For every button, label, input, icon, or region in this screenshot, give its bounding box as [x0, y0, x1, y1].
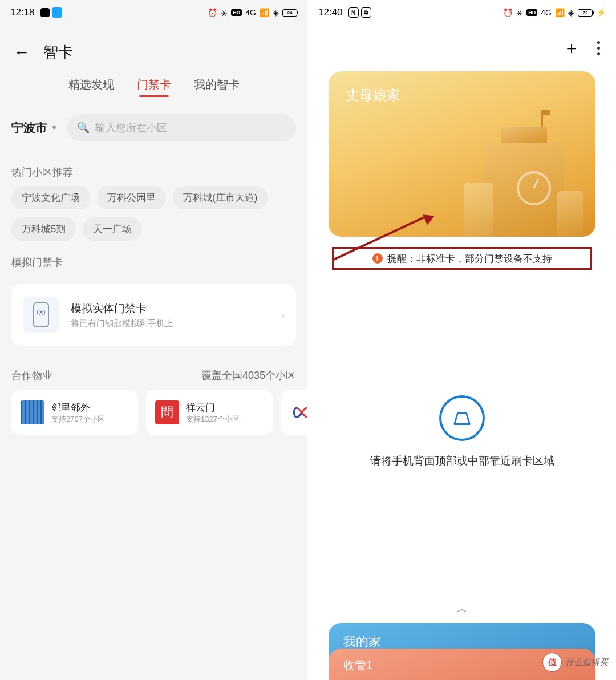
building-illustration-icon: [464, 100, 578, 237]
chip-item[interactable]: 万科城(庄市大道): [173, 186, 268, 209]
network-label: 4G: [541, 8, 552, 17]
status-time: 12:40: [318, 7, 343, 18]
nfc-icon: N: [348, 7, 359, 18]
tab-featured[interactable]: 精选发现: [68, 77, 114, 97]
signal-icon: 📶: [555, 8, 565, 17]
tab-access-card[interactable]: 门禁卡: [137, 77, 171, 97]
watermark: 值 什么值得买: [542, 653, 608, 672]
hot-chips: 宁波文化广场 万科公园里 万科城(庄市大道) 万科城5期 天一广场: [0, 186, 307, 241]
tab-bar: 精选发现 门禁卡 我的智卡: [0, 72, 307, 105]
partner-list[interactable]: 邻里邻外 支持2707个小区 問 祥云门 支持1327个小区: [0, 390, 307, 435]
app-notify-icon: [52, 7, 62, 18]
status-time: 12:18: [10, 7, 35, 18]
add-button[interactable]: ＋: [563, 37, 580, 60]
battery-icon: 22: [578, 9, 593, 17]
watermark-text: 什么值得买: [565, 657, 608, 668]
chip-item[interactable]: 宁波文化广场: [11, 186, 90, 209]
partner-sub: 支持1327个小区: [186, 414, 240, 424]
card-name: 丈母娘家: [346, 86, 400, 104]
chip-item[interactable]: 天一广场: [83, 217, 142, 241]
simulate-section-label: 模拟门禁卡: [0, 241, 307, 276]
chevron-down-icon: ▼: [51, 124, 58, 132]
search-icon: 🔍: [77, 122, 90, 134]
bluetooth-icon: ⚹: [516, 8, 523, 18]
search-input[interactable]: 🔍 输入您所在小区: [67, 114, 296, 141]
chip-item[interactable]: 万科公园里: [97, 186, 166, 209]
partner-sub: 支持2707个小区: [51, 414, 105, 424]
page-title: 智卡: [43, 42, 73, 62]
partner-logo-icon: [21, 400, 44, 424]
access-card[interactable]: 丈母娘家: [329, 71, 595, 237]
nfc-instruction: 请将手机背面顶部或中部靠近刷卡区域: [308, 454, 616, 468]
alarm-icon: ⏰: [208, 8, 217, 17]
navbar: ← 智卡: [0, 25, 307, 72]
annotation-arrow-icon: [334, 258, 433, 261]
tab-my-cards[interactable]: 我的智卡: [194, 77, 240, 97]
status-bar: 12:40 N ⧉ ⏰ ⚹ HD 4G 📶 ◈ 22 ⚡: [308, 0, 616, 25]
alarm-icon: ⏰: [503, 8, 513, 17]
search-placeholder: 输入您所在小区: [95, 121, 167, 135]
left-screenshot: 12:18 ⏰ ⚹ HD 4G 📶 ◈ 24 ← 智卡 精选发现 门禁卡 我: [0, 0, 308, 680]
chat-icon: [40, 8, 50, 17]
top-actions: ＋: [308, 25, 616, 60]
simulate-title: 模拟实体门禁卡: [71, 301, 281, 316]
simulate-card-button[interactable]: 模拟实体门禁卡 将已有门钥匙模拟到手机上 ›: [11, 284, 296, 346]
chevron-up-icon[interactable]: ︿: [308, 600, 616, 617]
partner-logo-icon: 問: [155, 400, 179, 424]
card-reader-icon: [439, 395, 485, 441]
hot-section-label: 热门小区推荐: [0, 151, 307, 186]
city-name: 宁波市: [11, 120, 47, 136]
bluetooth-icon: ⚹: [221, 8, 228, 18]
simulate-subtitle: 将已有门钥匙模拟到手机上: [71, 318, 281, 329]
chip-item[interactable]: 万科城5期: [11, 217, 76, 241]
partner-name: 祥云门: [186, 401, 240, 414]
hd-badge: HD: [231, 9, 242, 16]
partner-name: 邻里邻外: [51, 401, 105, 414]
network-label: 4G: [245, 8, 256, 17]
partner-item[interactable]: 邻里邻外 支持2707个小区: [11, 390, 138, 435]
phone-nfc-icon: [23, 297, 59, 333]
signal-icon: 📶: [260, 8, 269, 17]
wifi-icon: ◈: [568, 8, 574, 17]
status-bar: 12:18 ⏰ ⚹ HD 4G 📶 ◈ 24: [0, 0, 307, 25]
right-screenshot: 12:40 N ⧉ ⏰ ⚹ HD 4G 📶 ◈ 22 ⚡ ＋ 丈母娘家: [308, 0, 616, 680]
charging-icon: ⚡: [596, 8, 606, 17]
chevron-right-icon: ›: [281, 309, 285, 322]
hd-badge: HD: [526, 9, 537, 16]
partner-item[interactable]: [281, 390, 307, 435]
partner-item[interactable]: 問 祥云门 支持1327个小区: [146, 390, 273, 435]
wifi-icon: ◈: [273, 8, 279, 17]
coverage-text: 覆盖全国4035个小区: [201, 369, 296, 382]
partner-logo-icon: [290, 400, 307, 424]
app-icon: ⧉: [361, 7, 371, 18]
city-selector[interactable]: 宁波市 ▼: [11, 120, 58, 136]
more-menu-icon[interactable]: [597, 41, 600, 55]
watermark-badge-icon: 值: [542, 653, 562, 672]
back-arrow-icon[interactable]: ←: [14, 43, 30, 62]
nfc-prompt: 请将手机背面顶部或中部靠近刷卡区域: [308, 395, 616, 468]
battery-icon: 24: [282, 9, 297, 17]
partner-section-label: 合作物业: [11, 369, 52, 382]
